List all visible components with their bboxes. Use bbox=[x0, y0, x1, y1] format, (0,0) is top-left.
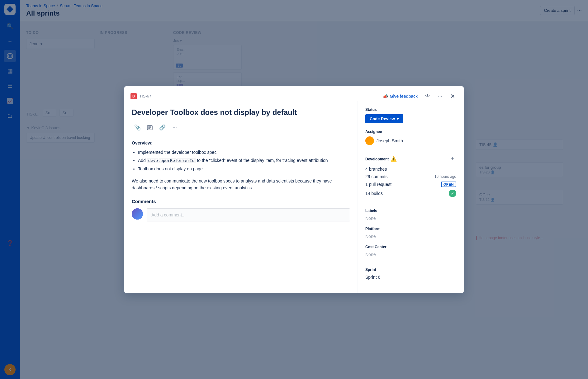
open-badge: OPEN bbox=[441, 182, 456, 187]
comments-label: Comments bbox=[132, 199, 350, 204]
builds-label: 14 builds bbox=[365, 191, 383, 196]
commits-row: 29 commits 16 hours ago bbox=[365, 173, 456, 180]
development-label: Development bbox=[365, 157, 389, 161]
ellipsis-icon: ··· bbox=[438, 93, 442, 99]
warning-icon: ⚠️ bbox=[391, 156, 397, 162]
description-list: Implemented the developer toolbox spec A… bbox=[138, 149, 350, 173]
description-paragraph: We also need to communicate the new tool… bbox=[132, 178, 350, 192]
modal: B TIS-67 📣 Give feedback 👁 ··· ✕ Devel bbox=[124, 86, 464, 293]
watch-button[interactable]: 👁 bbox=[423, 91, 433, 101]
builds-row: 14 builds ✓ bbox=[365, 188, 456, 198]
comment-input[interactable]: Add a comment... bbox=[147, 208, 350, 221]
pull-request-row: 1 pull request OPEN bbox=[365, 180, 456, 188]
issue-title: Developer Toolbox does not display by de… bbox=[132, 107, 350, 117]
feedback-label: Give feedback bbox=[390, 94, 418, 99]
link-button[interactable]: 🔗 bbox=[157, 122, 168, 133]
sprint-label: Sprint bbox=[365, 268, 456, 272]
list-item: Add developerReferrerId to the "clicked"… bbox=[138, 157, 350, 164]
assignee-row: Joseph Smith bbox=[365, 136, 456, 145]
sprint-value: Sprint 6 bbox=[365, 275, 380, 280]
code-snippet: developerReferrerId bbox=[147, 158, 196, 163]
sprint-section: Sprint Sprint 6 bbox=[365, 268, 456, 280]
modal-header: B TIS-67 📣 Give feedback 👁 ··· ✕ bbox=[124, 86, 464, 101]
status-value: Code Review bbox=[370, 116, 395, 121]
comment-input-row: Add a comment... bbox=[132, 208, 350, 221]
status-label: Status bbox=[365, 107, 456, 112]
more-button[interactable]: ··· bbox=[169, 122, 180, 133]
overview-label: Overview: bbox=[132, 140, 350, 146]
labels-section: Labels None bbox=[365, 209, 456, 221]
assignee-section: Assignee Joseph Smith bbox=[365, 130, 456, 145]
development-section: Development ⚠️ + 4 branches 29 commits 1… bbox=[365, 155, 456, 198]
modal-body: Developer Toolbox does not display by de… bbox=[124, 101, 464, 293]
builds-check-icon: ✓ bbox=[449, 190, 456, 197]
status-button[interactable]: Code Review ▾ bbox=[365, 114, 403, 123]
issue-type-badge: B bbox=[130, 93, 137, 99]
description-toolbar: 📎 🔗 ··· bbox=[132, 122, 350, 133]
close-button[interactable]: ✕ bbox=[448, 91, 458, 101]
assignee-label: Assignee bbox=[365, 130, 456, 134]
list-item: Implemented the developer toolbox spec bbox=[138, 149, 350, 156]
modal-right-panel: Status Code Review ▾ Assignee Joseph Smi… bbox=[358, 101, 464, 293]
modal-header-actions: 📣 Give feedback 👁 ··· ✕ bbox=[380, 91, 458, 101]
cost-center-value: None bbox=[365, 252, 376, 257]
cost-center-label: Cost Center bbox=[365, 245, 456, 249]
development-header: Development ⚠️ + bbox=[365, 155, 456, 163]
branches-row: 4 branches bbox=[365, 165, 456, 173]
pull-request-label: 1 pull request bbox=[365, 182, 391, 187]
description-area: Overview: Implemented the developer tool… bbox=[132, 140, 350, 192]
eye-icon: 👁 bbox=[425, 93, 430, 99]
issue-id: TIS-67 bbox=[139, 94, 151, 98]
platform-label: Platform bbox=[365, 227, 456, 231]
give-feedback-button[interactable]: 📣 Give feedback bbox=[380, 92, 420, 101]
checklist-button[interactable] bbox=[144, 122, 155, 133]
modal-overlay[interactable]: B TIS-67 📣 Give feedback 👁 ··· ✕ Devel bbox=[0, 0, 588, 379]
list-item: Toolbox does not display on page bbox=[138, 165, 350, 172]
status-arrow-icon: ▾ bbox=[397, 116, 399, 121]
comment-placeholder: Add a comment... bbox=[151, 212, 186, 217]
add-development-button[interactable]: + bbox=[449, 155, 456, 163]
status-section: Status Code Review ▾ bbox=[365, 107, 456, 123]
commits-meta: 16 hours ago bbox=[434, 174, 456, 179]
current-user-avatar bbox=[132, 208, 143, 220]
attach-button[interactable]: 📎 bbox=[132, 122, 143, 133]
platform-value: None bbox=[365, 234, 376, 239]
more-options-button[interactable]: ··· bbox=[435, 91, 445, 101]
megaphone-icon: 📣 bbox=[383, 94, 388, 99]
branches-label: 4 branches bbox=[365, 167, 387, 172]
cost-center-section: Cost Center None bbox=[365, 245, 456, 257]
commits-label: 29 commits bbox=[365, 174, 388, 179]
assignee-name: Joseph Smith bbox=[377, 138, 403, 143]
labels-value: None bbox=[365, 216, 376, 221]
assignee-avatar bbox=[365, 136, 374, 145]
comments-section: Comments Add a comment... bbox=[132, 199, 350, 221]
platform-section: Platform None bbox=[365, 227, 456, 239]
development-title-row: Development ⚠️ bbox=[365, 156, 397, 162]
modal-left-panel: Developer Toolbox does not display by de… bbox=[124, 101, 358, 293]
labels-label: Labels bbox=[365, 209, 456, 213]
